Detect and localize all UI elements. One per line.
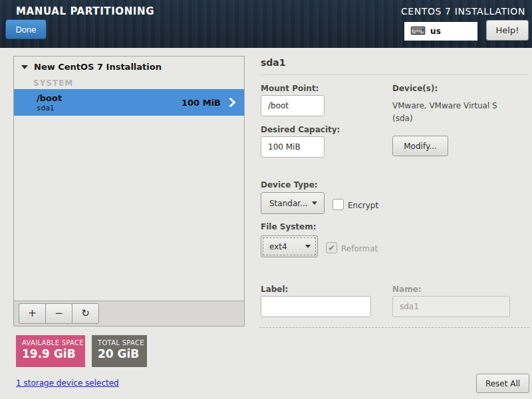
done-button[interactable]: Done: [5, 19, 47, 39]
installation-root-label: New CentOS 7 Installation: [34, 62, 162, 72]
installation-root-expander[interactable]: New CentOS 7 Installation: [14, 57, 244, 74]
devices-label: Device(s):: [392, 84, 438, 93]
available-space-label: AVAILABLE SPACE: [22, 339, 79, 346]
file-system-value: ext4: [269, 242, 287, 251]
storage-device-link[interactable]: 1 storage device selected: [16, 378, 119, 388]
label-label: Label:: [261, 285, 288, 294]
modify-button[interactable]: Modify...: [392, 136, 448, 156]
keyboard-icon: ⌨: [410, 26, 426, 37]
device-type-dropdown[interactable]: Standar...: [261, 192, 325, 214]
desired-capacity-input[interactable]: [261, 136, 325, 158]
reformat-checkbox: ✔: [326, 242, 337, 253]
available-space-value: 19.9 GiB: [22, 347, 79, 360]
partition-row-text: /boot sda1: [37, 92, 62, 113]
partition-details-pane: sda1 Mount Point: Desired Capacity: Devi…: [261, 56, 529, 329]
checkmark-icon: ✔: [328, 244, 334, 252]
help-button[interactable]: Help!: [486, 20, 529, 41]
reformat-label: Reformat: [341, 244, 378, 253]
triangle-down-icon: [21, 65, 28, 69]
total-space-badge: TOTAL SPACE 20 GiB: [92, 335, 147, 367]
device-type-value: Standar...: [269, 199, 308, 208]
name-input: [392, 296, 510, 317]
partition-device-name: sda1: [37, 104, 62, 113]
partition-mount-point: /boot: [37, 92, 62, 104]
file-system-label: File System:: [261, 222, 317, 231]
keyboard-layout-label: us: [430, 27, 441, 36]
name-label: Name:: [392, 285, 422, 294]
devices-value: VMware, VMware Virtual S (sda): [392, 100, 519, 125]
mount-point-input[interactable]: [261, 95, 325, 116]
total-space-label: TOTAL SPACE: [98, 339, 141, 346]
details-title: sda1: [261, 57, 286, 68]
chevron-right-icon: [229, 97, 236, 108]
partition-row-boot[interactable]: /boot sda1 100 MiB: [14, 89, 244, 116]
label-input[interactable]: [261, 296, 371, 317]
top-bar: MANUAL PARTITIONING Done CENTOS 7 INSTAL…: [0, 0, 532, 48]
file-system-dropdown[interactable]: ext4: [261, 235, 318, 257]
manual-partitioning-screen: MANUAL PARTITIONING Done CENTOS 7 INSTAL…: [0, 0, 532, 399]
mount-point-label: Mount Point:: [261, 84, 319, 93]
remove-partition-button[interactable]: −: [45, 303, 72, 324]
keyboard-layout-indicator[interactable]: ⌨ us: [404, 22, 477, 41]
details-separator: [261, 74, 528, 75]
page-title: MANUAL PARTITIONING: [16, 5, 154, 17]
chevron-down-icon: [305, 245, 311, 248]
reset-all-button[interactable]: Reset All: [476, 374, 529, 393]
chevron-down-icon: [312, 201, 317, 205]
encrypt-checkbox[interactable]: [332, 199, 344, 210]
product-title: CENTOS 7 INSTALLATION: [401, 6, 525, 17]
encrypt-label: Encrypt: [348, 201, 378, 210]
reload-button[interactable]: ↻: [72, 303, 99, 324]
add-partition-button[interactable]: +: [19, 303, 46, 324]
partition-size: 100 MiB: [182, 98, 229, 108]
partition-toolbar: + − ↻: [14, 301, 244, 326]
dashed-separator: [259, 327, 529, 328]
total-space-value: 20 GiB: [98, 347, 141, 360]
group-header-system: SYSTEM: [14, 74, 244, 89]
partition-list-panel: New CentOS 7 Installation SYSTEM /boot s…: [13, 56, 245, 327]
device-type-label: Device Type:: [261, 180, 318, 190]
available-space-badge: AVAILABLE SPACE 19.9 GiB: [16, 335, 85, 367]
desired-capacity-label: Desired Capacity:: [261, 125, 340, 134]
